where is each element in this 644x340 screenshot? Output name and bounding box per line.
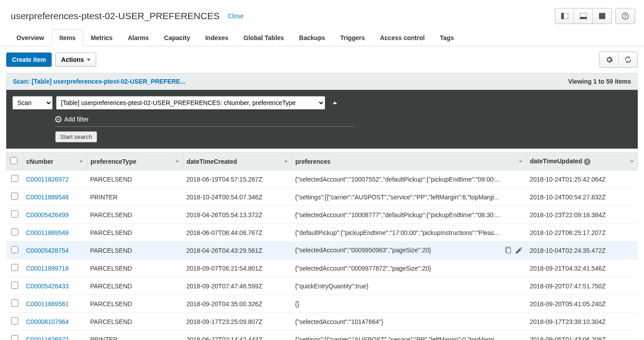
row-checkbox[interactable] — [11, 300, 18, 307]
add-filter-link[interactable]: + Add filter — [55, 116, 89, 123]
cell-preferences: {"settings":[{"carrier":"AUSPOST","servi… — [292, 188, 526, 206]
select-all-checkbox[interactable] — [10, 157, 17, 164]
cell-datetimecreated: 2018-06-19T04:57:15.267Z — [183, 170, 292, 188]
tab-indexes[interactable]: Indexes — [198, 29, 236, 46]
row-checkbox[interactable] — [11, 193, 18, 200]
info-icon[interactable]: i — [584, 158, 591, 165]
col-header-datetimeupdated[interactable]: dateTimeUpdatedi — [526, 153, 638, 170]
scan-summary[interactable]: Scan: [Table] userpreferences-ptest-02-U… — [13, 78, 185, 85]
gear-icon[interactable] — [600, 52, 619, 67]
actions-button[interactable]: Actions — [55, 53, 96, 67]
tab-triggers[interactable]: Triggers — [333, 29, 372, 46]
cell-preferences: {} — [292, 295, 526, 313]
collapse-panel-button[interactable] — [329, 97, 341, 109]
cell-preferencetype: PARCELSEND — [87, 259, 183, 277]
cell-preferences: {"selectedAccount":"10007552","defaultPi… — [292, 170, 526, 188]
cnumber-link[interactable]: C00011899718 — [26, 265, 69, 272]
tab-alarms[interactable]: Alarms — [120, 29, 156, 46]
tab-backups[interactable]: Backups — [292, 29, 333, 46]
cnumber-link[interactable]: C00011826972 — [26, 336, 69, 340]
row-checkbox[interactable] — [11, 264, 18, 271]
cnumber-link[interactable]: C00008107964 — [26, 318, 69, 325]
row-checkbox[interactable] — [11, 335, 18, 340]
edit-icon[interactable] — [515, 247, 523, 255]
cell-datetimecreated: 2018-09-17T23:25:09.807Z — [183, 313, 292, 331]
cell-preferences: {"settings":[{"carrier":"AUSPOST","servi… — [292, 331, 526, 340]
cnumber-link[interactable]: C00005426499 — [26, 211, 69, 219]
table-row: C00008107964PARCELSEND2018-09-17T23:25:0… — [7, 313, 638, 331]
table-row: C00005428754PARCELSEND2018-04-26T04:43:2… — [7, 242, 638, 259]
tab-global-tables[interactable]: Global Tables — [236, 29, 292, 46]
cell-datetimecreated: 2018-10-24T00:54:07.346Z — [183, 188, 292, 206]
tab-access-control[interactable]: Access control — [372, 29, 432, 46]
table-row: C00011899718PARCELSEND2018-09-07T06:21:5… — [7, 259, 638, 277]
cell-datetimeupdated: 2018-10-24T01:25:42.064Z — [526, 170, 638, 188]
cell-datetimeupdated: 2018-09-17T23:39:10.304Z — [526, 313, 638, 331]
cell-datetimeupdated: 2018-09-05T01:43:06.209Z — [526, 331, 638, 340]
table-row: C00011889561PARCELSEND2018-09-20T04:35:0… — [7, 295, 638, 313]
tab-tags[interactable]: Tags — [432, 29, 462, 46]
table-row: C00011826972PARCELSEND2018-06-19T04:57:1… — [7, 170, 638, 188]
row-checkbox[interactable] — [11, 282, 18, 289]
row-checkbox[interactable] — [11, 317, 18, 324]
create-item-button[interactable]: Create item — [6, 53, 52, 67]
layout-left-icon[interactable] — [555, 8, 574, 24]
cnumber-link[interactable]: C00005426433 — [26, 283, 69, 290]
cell-preferencetype: PARCELSEND — [87, 242, 183, 259]
cell-datetimecreated: 2018-09-07T06:21:54.801Z — [183, 259, 292, 277]
cell-preferencetype: PARCELSEND — [87, 295, 183, 313]
sort-icon — [175, 161, 179, 162]
cnumber-link[interactable]: C00011889548 — [26, 194, 69, 201]
cnumber-link[interactable]: C00011889548 — [26, 229, 69, 236]
cnumber-link[interactable]: C00005428754 — [26, 247, 69, 254]
refresh-icon[interactable] — [619, 52, 637, 67]
col-header-cnumber[interactable]: cNumber — [23, 153, 87, 170]
cell-preferences: {"defaultPickup":{"pickupEndtime":"17:00… — [292, 224, 526, 242]
row-checkbox[interactable] — [11, 228, 18, 235]
cnumber-link[interactable]: C00011889561 — [26, 300, 69, 308]
table-row: C00011889548PARCELSEND2018-06-07T06:44:0… — [7, 224, 638, 242]
svg-rect-4 — [599, 13, 605, 19]
cell-preferencetype: PRINTER — [87, 188, 183, 206]
row-checkbox[interactable] — [11, 175, 18, 182]
select-all-header[interactable] — [7, 153, 23, 170]
row-checkbox[interactable] — [11, 246, 18, 253]
tab-items[interactable]: Items — [52, 29, 83, 46]
layout-buttons — [555, 8, 612, 24]
svg-rect-3 — [580, 17, 587, 19]
start-search-button[interactable]: Start search — [55, 131, 97, 142]
row-checkbox[interactable] — [11, 210, 18, 218]
cell-datetimecreated: 2018-04-26T05:54:13.372Z — [183, 206, 292, 224]
tab-capacity[interactable]: Capacity — [156, 29, 197, 46]
cell-datetimeupdated: 2018-10-22T06:25:17.207Z — [526, 224, 638, 242]
layout-bottom-icon[interactable] — [574, 8, 593, 24]
copy-icon[interactable] — [504, 247, 512, 255]
sort-icon — [284, 161, 288, 162]
table-row: C00011889548PRINTER2018-10-24T00:54:07.3… — [7, 188, 638, 206]
cell-datetimeupdated: 2018-10-24T00:54:27.832Z — [526, 188, 638, 206]
cell-datetimecreated: 2018-06-07T06:44:06.767Z — [183, 224, 292, 242]
tab-metrics[interactable]: Metrics — [83, 29, 120, 46]
scan-mode-select[interactable]: Scan — [12, 96, 53, 109]
table-row: C00005426433PARCELSEND2018-09-20T07:47:4… — [7, 277, 638, 295]
scan-target-select[interactable]: [Table] userpreferences-ptest-02-USER_PR… — [56, 96, 325, 109]
cell-datetimecreated: 2018-04-26T04:43:29.561Z — [183, 242, 292, 259]
help-icon[interactable]: ? — [616, 8, 635, 24]
layout-full-icon[interactable] — [593, 8, 611, 24]
viewing-count: Viewing 1 to 59 items — [568, 78, 631, 85]
cell-datetimeupdated: 2018-09-20T05:41:05.240Z — [526, 295, 638, 313]
cnumber-link[interactable]: C00011826972 — [26, 176, 69, 183]
sort-icon — [79, 161, 83, 162]
cell-preferences: {"selectedAccount":"10008777","defaultPi… — [292, 206, 526, 224]
page-title: userpreferences-ptest-02-USER_PREFERENCE… — [11, 11, 220, 21]
cell-preferencetype: PARCELSEND — [87, 224, 183, 242]
tab-overview[interactable]: Overview — [9, 29, 52, 46]
close-link[interactable]: Close — [228, 12, 244, 20]
cell-preferencetype: PARCELSEND — [87, 206, 183, 224]
col-header-datetimecreated[interactable]: dateTimeCreated — [183, 153, 292, 170]
table-row: C00005426499PARCELSEND2018-04-26T05:54:1… — [7, 206, 638, 224]
cell-preferences: {"selectedAccount":"0009977872","pageSiz… — [292, 259, 526, 277]
cell-datetimeupdated: 2018-09-21T04:32:41.546Z — [526, 259, 638, 277]
col-header-preferences[interactable]: preferences — [292, 153, 526, 170]
col-header-preferencetype[interactable]: preferenceType — [87, 153, 183, 170]
